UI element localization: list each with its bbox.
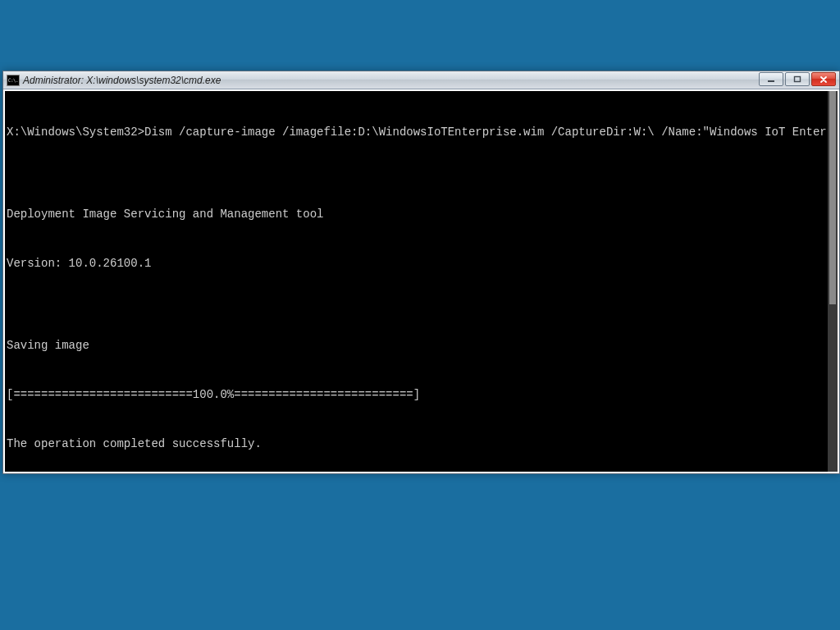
minimize-button[interactable] <box>759 72 783 86</box>
minimize-icon <box>767 75 775 84</box>
terminal-line: Version: 10.0.26100.1 <box>7 255 838 272</box>
close-icon <box>819 75 828 84</box>
maximize-icon <box>793 75 801 84</box>
terminal-line: The operation completed successfully. <box>7 436 838 452</box>
app-icon-text: C:\. <box>8 78 18 83</box>
maximize-button[interactable] <box>785 72 810 86</box>
scrollbar-thumb[interactable] <box>829 91 836 304</box>
terminal-area: X:\Windows\System32>Dism /capture-image … <box>3 89 839 473</box>
terminal-line: Saving image <box>7 337 838 354</box>
svg-rect-1 <box>795 76 801 81</box>
command-prompt-window: C:\. Administrator: X:\windows\system32\… <box>2 71 840 474</box>
app-icon: C:\. <box>7 75 20 86</box>
svg-rect-0 <box>768 80 774 82</box>
terminal-line: X:\Windows\System32>Dism /capture-image … <box>7 124 838 140</box>
vertical-scrollbar[interactable] <box>828 91 838 472</box>
titlebar[interactable]: C:\. Administrator: X:\windows\system32\… <box>3 71 839 89</box>
window-title: Administrator: X:\windows\system32\cmd.e… <box>23 75 221 86</box>
window-controls <box>759 71 836 89</box>
close-button[interactable] <box>811 72 836 86</box>
terminal-line: [==========================100.0%=======… <box>7 386 838 403</box>
terminal[interactable]: X:\Windows\System32>Dism /capture-image … <box>5 91 838 472</box>
terminal-line: Deployment Image Servicing and Managemen… <box>7 206 838 222</box>
